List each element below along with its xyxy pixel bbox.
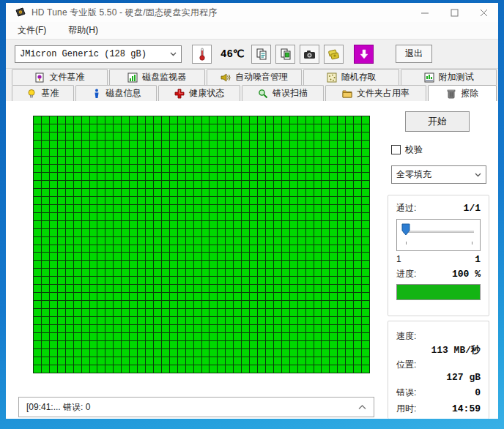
- scan-block: [330, 173, 337, 180]
- menu-help[interactable]: 帮助(H): [67, 23, 100, 38]
- scan-block: [162, 221, 169, 228]
- scan-block: [210, 141, 217, 148]
- scan-block: [90, 333, 97, 340]
- temperature-button[interactable]: [192, 45, 212, 64]
- scan-block: [82, 141, 89, 148]
- scan-block: [250, 261, 257, 268]
- scan-block: [258, 261, 265, 268]
- status-log[interactable]: [09:41:... 错误: 0: [18, 397, 374, 417]
- scan-block: [210, 229, 217, 236]
- scan-block: [66, 149, 73, 156]
- menu-file[interactable]: 文件(F): [16, 23, 48, 38]
- scan-block: [58, 261, 65, 268]
- tab-disk-monitor[interactable]: 磁盘监视器: [109, 69, 205, 85]
- tab-health-status[interactable]: 健康状态: [158, 85, 240, 101]
- screenshot-button[interactable]: [300, 45, 319, 64]
- scan-block: [250, 205, 257, 212]
- speed-label: 速度:: [396, 330, 481, 343]
- scan-block: [50, 253, 57, 260]
- scan-block: [290, 213, 297, 220]
- scan-block: [274, 245, 281, 253]
- minimize-button[interactable]: [410, 3, 440, 22]
- copy-image-button[interactable]: [275, 45, 295, 64]
- scan-block: [74, 325, 81, 332]
- scan-block: [74, 285, 81, 292]
- scan-block: [66, 325, 73, 332]
- scan-block: [97, 116, 105, 124]
- scan-block: [266, 325, 273, 332]
- fill-mode-select[interactable]: 全零填充: [391, 165, 486, 184]
- scan-block: [322, 141, 329, 148]
- benchmark-icon: [26, 89, 37, 99]
- scan-block: [138, 221, 145, 228]
- scan-block: [226, 221, 233, 228]
- scan-block: [362, 261, 369, 268]
- scan-block: [34, 133, 41, 140]
- tab-extra-tests[interactable]: 附加测试: [401, 69, 497, 85]
- verify-checkbox[interactable]: [391, 145, 401, 154]
- scan-block: [97, 157, 105, 164]
- scan-block: [90, 285, 97, 292]
- start-button[interactable]: 开始: [405, 111, 470, 132]
- scan-block: [226, 365, 233, 373]
- scan-block: [266, 124, 273, 132]
- scan-block: [210, 277, 217, 284]
- scan-block: [282, 349, 289, 357]
- tab-benchmark[interactable]: 基准: [12, 85, 74, 101]
- scan-block: [170, 293, 177, 300]
- scan-block: [50, 285, 57, 292]
- scan-block: [298, 213, 305, 220]
- tab-error-scan[interactable]: 错误扫描: [242, 85, 324, 101]
- tab-strip: 文件基准 磁盘监视器: [6, 69, 498, 101]
- download-update-button[interactable]: [354, 45, 374, 64]
- scan-block: [362, 181, 369, 188]
- scan-block: [210, 293, 217, 300]
- scan-block: [298, 261, 305, 268]
- title-bar[interactable]: HD Tune 专业版 5.50 - 硬盘/固态硬盘实用程序: [6, 3, 498, 22]
- tab-disk-info[interactable]: 磁盘信息: [75, 85, 158, 101]
- scroll-up-icon[interactable]: [358, 405, 366, 410]
- tab-noise-management[interactable]: 自动噪音管理: [207, 69, 303, 85]
- scan-block: [218, 149, 225, 156]
- copy-text-button[interactable]: [251, 45, 271, 64]
- scan-block: [298, 133, 305, 140]
- scan-block: [338, 197, 345, 204]
- scan-block: [354, 124, 361, 132]
- scan-block: [74, 365, 81, 373]
- scan-block: [82, 173, 89, 180]
- scan-block: [322, 277, 329, 284]
- scan-block: [274, 197, 281, 204]
- scan-block: [306, 189, 314, 196]
- scan-block: [50, 261, 57, 268]
- scan-block: [34, 197, 41, 204]
- tab-file-benchmark[interactable]: 文件基准: [12, 69, 108, 85]
- tab-folder-usage[interactable]: 文件夹占用率: [325, 85, 427, 101]
- scan-block: [322, 213, 329, 220]
- scan-block: [314, 165, 322, 172]
- scan-block: [186, 325, 193, 332]
- scan-block: [242, 181, 249, 188]
- scan-block: [122, 269, 129, 276]
- drive-select[interactable]: JMicron Generic (128 gB): [15, 45, 182, 63]
- scan-block: [274, 221, 281, 228]
- scan-block: [266, 229, 273, 236]
- scan-block: [250, 189, 257, 196]
- slider-thumb[interactable]: [401, 223, 410, 236]
- scan-block: [97, 245, 105, 253]
- scan-block: [330, 269, 337, 276]
- scan-block: [274, 237, 281, 245]
- tab-erase[interactable]: 擦除: [428, 85, 497, 101]
- pass-slider[interactable]: [396, 219, 481, 251]
- scan-block: [90, 133, 97, 140]
- tab-random-access[interactable]: 随机存取: [303, 69, 399, 85]
- export-button[interactable]: [324, 45, 344, 64]
- scan-block: [105, 261, 113, 268]
- close-button[interactable]: [469, 3, 498, 22]
- scan-block: [154, 189, 161, 196]
- scan-block: [338, 124, 345, 132]
- scan-block: [186, 245, 193, 253]
- exit-button[interactable]: 退出: [396, 45, 432, 63]
- scan-block: [114, 149, 121, 156]
- maximize-button[interactable]: [440, 3, 469, 22]
- scan-block: [130, 149, 137, 156]
